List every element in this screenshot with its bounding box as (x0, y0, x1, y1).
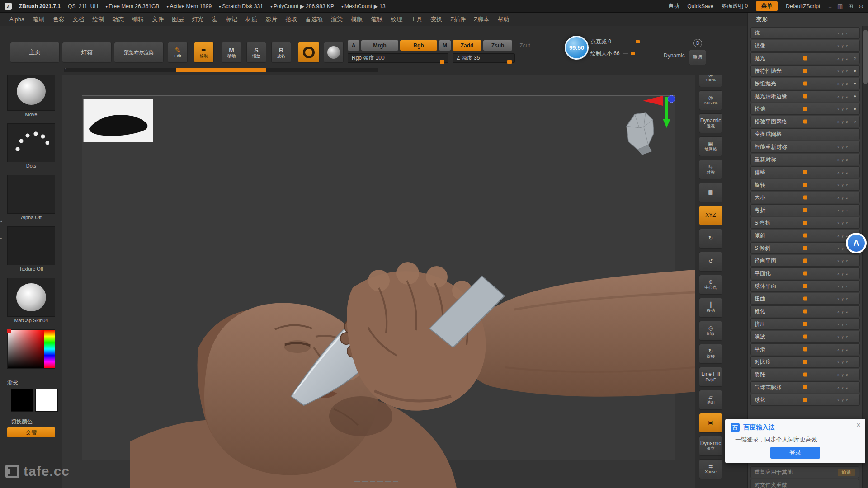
shelf-button[interactable]: ▣ (699, 413, 722, 433)
timeline-track[interactable]: 1 (64, 68, 378, 72)
shelf-button[interactable]: ◎ 缩放 (699, 321, 722, 341)
slider-handle[interactable] (803, 246, 807, 250)
axis-marker[interactable]: x y z (838, 171, 849, 174)
shelf-button[interactable]: ◎ AC50% (699, 90, 722, 110)
slider-handle[interactable] (803, 120, 807, 124)
titlebar-icon[interactable]: ⊙ (859, 3, 863, 9)
deformation-row[interactable]: 偏移 x y z (750, 166, 860, 178)
menu-button[interactable]: 菜单 (756, 1, 778, 11)
mode-button[interactable]: Rgb (400, 40, 437, 51)
quicksave-button[interactable]: QuickSave (687, 3, 713, 9)
menubar-item[interactable]: 标记 (222, 13, 241, 26)
deformation-row[interactable]: 松弛 x y z ● (750, 103, 860, 115)
slider-handle[interactable] (803, 385, 807, 389)
assistant-bubble[interactable]: A (846, 233, 867, 253)
menubar-item[interactable]: 绘制 (88, 13, 108, 26)
slider-handle[interactable] (803, 259, 807, 263)
axis-marker[interactable]: x y z (838, 399, 849, 402)
axis-marker[interactable]: x y z (838, 120, 849, 123)
deformation-row[interactable]: 松弛平面网格 x y z ○ (750, 116, 860, 127)
deformation-row[interactable]: 锥化 x y z (750, 305, 860, 317)
dynamic-label[interactable]: Dynamic (664, 52, 685, 59)
menubar-item[interactable]: 材质 (241, 13, 261, 26)
slider-handle[interactable] (803, 360, 807, 364)
axis-marker[interactable]: x y z (838, 108, 849, 111)
primary-color-swatch[interactable] (11, 389, 33, 412)
deformation-row[interactable]: 球化 x y z (750, 394, 860, 406)
tool-thumbnail[interactable] (7, 278, 55, 317)
swap-color-button[interactable]: 交替 (7, 427, 55, 437)
color-picker[interactable] (7, 329, 55, 369)
canvas-scroll-ticks[interactable] (354, 481, 398, 482)
menubar-item[interactable]: 编辑 (128, 13, 148, 26)
home-button[interactable]: 主页 (10, 42, 60, 63)
secondary-color-swatch[interactable] (35, 389, 58, 412)
shelf-button[interactable]: ▤ (699, 183, 722, 202)
menubar-item[interactable]: 模版 (347, 13, 367, 26)
deformation-row[interactable]: 平面化 x y z (750, 267, 860, 279)
deformation-row[interactable]: 噪波 x y z (750, 331, 860, 343)
menubar-item[interactable]: 文件 (148, 13, 168, 26)
axis-marker[interactable]: x y z (838, 57, 849, 60)
slider-handle[interactable] (803, 322, 807, 326)
tool-thumbnail[interactable] (7, 123, 55, 162)
axis-marker[interactable]: x y z (838, 221, 849, 225)
axis-toggle[interactable]: ○ (854, 56, 856, 61)
alpha-preview-thumbnail[interactable] (83, 99, 153, 142)
axis-marker[interactable]: x y z (838, 234, 849, 237)
deformation-row[interactable]: S 倾斜 x y z (750, 242, 860, 254)
deformation-row[interactable]: 智能重新对称 x y z (750, 141, 860, 153)
shelf-button[interactable]: Line Fill PolyF (699, 367, 722, 387)
scroll-right-icon[interactable]: ▸ (0, 236, 5, 240)
edge-scroll-arrows[interactable]: ◂▸ (0, 219, 5, 240)
menubar-item[interactable]: 工具 (406, 13, 426, 26)
slider-handle[interactable] (803, 69, 807, 73)
deformation-row[interactable]: 平滑 x y z (750, 343, 860, 355)
menubar-item[interactable]: 纹理 (387, 13, 406, 26)
axis-marker[interactable]: x y z (838, 70, 849, 73)
menubar-item[interactable]: 色彩 (48, 13, 68, 26)
document-canvas[interactable] (62, 75, 695, 488)
gizmo-button[interactable]: R 旋转 (271, 42, 291, 63)
menubar-item[interactable]: 影片 (261, 13, 281, 26)
gizmo-button[interactable]: S 缩放 (246, 42, 266, 63)
deformation-row[interactable]: 挤压 x y z (750, 318, 860, 330)
deformation-row[interactable]: S 弯折 x y z (750, 217, 860, 229)
edit-button[interactable]: ✎ Edit (168, 42, 188, 63)
quicksave-timer[interactable]: 99:50 (565, 36, 589, 60)
draw-button[interactable]: ✒ 绘制 (194, 42, 214, 63)
ui-transparency-label[interactable]: 界面透明 0 (722, 2, 748, 10)
switch-color-label[interactable]: 切换颜色 (11, 418, 62, 426)
z-intensity-slider[interactable]: Z 强度 35 (453, 53, 515, 63)
mode-button[interactable]: Mrgb (361, 40, 398, 51)
menubar-item[interactable]: 图层 (168, 13, 188, 26)
deformation-row[interactable]: 倾斜 x y z (750, 230, 860, 241)
mode-button[interactable]: A (348, 40, 359, 51)
deformation-row[interactable]: 扭曲 x y z (750, 293, 860, 305)
slider-handle[interactable] (803, 373, 807, 377)
mode-button[interactable]: Zsub (483, 40, 512, 51)
lightbox-button[interactable]: 灯箱 (62, 42, 112, 63)
scroll-left-icon[interactable]: ◂ (0, 219, 5, 223)
axis-marker[interactable]: x y z (838, 335, 849, 338)
readjust-button[interactable]: 重调 (689, 50, 706, 65)
menubar-item[interactable]: 文档 (68, 13, 88, 26)
sculpt-model[interactable] (62, 75, 695, 488)
menubar-item[interactable]: Z插件 (446, 13, 470, 26)
preview-boolean-button[interactable]: 预览布尔渲染 (114, 42, 164, 63)
deformation-row[interactable]: 弯折 x y z (750, 204, 860, 216)
deformation-row[interactable]: 抛光清晰边缘 x y z ● (750, 90, 860, 102)
shelf-button[interactable]: ⇆ 对称 (699, 160, 722, 179)
axis-marker[interactable]: x y z (838, 348, 849, 351)
axis-marker[interactable]: x y z (838, 272, 849, 275)
deformation-row[interactable]: 抛光 x y z ○ (750, 52, 860, 64)
shelf-button[interactable]: ↻ (699, 229, 722, 249)
axis-marker[interactable]: x y z (838, 183, 849, 187)
axis-toggle[interactable]: ● (854, 107, 856, 111)
tool-thumbnail[interactable] (7, 175, 55, 214)
slider-handle[interactable] (803, 94, 807, 99)
saturation-value-square[interactable] (8, 330, 44, 368)
axis-marker[interactable]: x y z (838, 82, 849, 85)
menubar-item[interactable]: 动态 (108, 13, 128, 26)
deformation-row[interactable]: 大小 x y z (750, 192, 860, 203)
